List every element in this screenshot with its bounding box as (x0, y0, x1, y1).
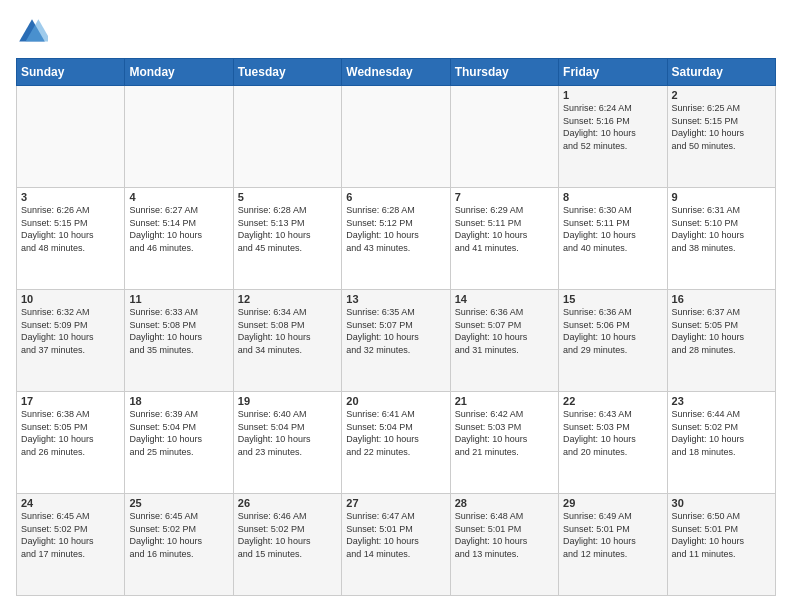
day-header-sunday: Sunday (17, 59, 125, 86)
calendar-header: SundayMondayTuesdayWednesdayThursdayFrid… (17, 59, 776, 86)
calendar-cell: 28Sunrise: 6:48 AM Sunset: 5:01 PM Dayli… (450, 494, 558, 596)
logo-icon (16, 16, 48, 48)
day-info: Sunrise: 6:24 AM Sunset: 5:16 PM Dayligh… (563, 102, 662, 152)
day-number: 3 (21, 191, 120, 203)
header-row: SundayMondayTuesdayWednesdayThursdayFrid… (17, 59, 776, 86)
day-number: 16 (672, 293, 771, 305)
day-number: 29 (563, 497, 662, 509)
calendar-body: 1Sunrise: 6:24 AM Sunset: 5:16 PM Daylig… (17, 86, 776, 596)
calendar-cell: 21Sunrise: 6:42 AM Sunset: 5:03 PM Dayli… (450, 392, 558, 494)
day-header-saturday: Saturday (667, 59, 775, 86)
week-row-3: 10Sunrise: 6:32 AM Sunset: 5:09 PM Dayli… (17, 290, 776, 392)
day-info: Sunrise: 6:49 AM Sunset: 5:01 PM Dayligh… (563, 510, 662, 560)
day-info: Sunrise: 6:44 AM Sunset: 5:02 PM Dayligh… (672, 408, 771, 458)
day-number: 10 (21, 293, 120, 305)
calendar-cell (125, 86, 233, 188)
calendar-cell: 5Sunrise: 6:28 AM Sunset: 5:13 PM Daylig… (233, 188, 341, 290)
day-number: 6 (346, 191, 445, 203)
week-row-1: 1Sunrise: 6:24 AM Sunset: 5:16 PM Daylig… (17, 86, 776, 188)
calendar-cell: 2Sunrise: 6:25 AM Sunset: 5:15 PM Daylig… (667, 86, 775, 188)
day-number: 5 (238, 191, 337, 203)
calendar-cell: 6Sunrise: 6:28 AM Sunset: 5:12 PM Daylig… (342, 188, 450, 290)
day-number: 17 (21, 395, 120, 407)
calendar-cell: 10Sunrise: 6:32 AM Sunset: 5:09 PM Dayli… (17, 290, 125, 392)
calendar-cell: 24Sunrise: 6:45 AM Sunset: 5:02 PM Dayli… (17, 494, 125, 596)
calendar-cell: 23Sunrise: 6:44 AM Sunset: 5:02 PM Dayli… (667, 392, 775, 494)
calendar-table: SundayMondayTuesdayWednesdayThursdayFrid… (16, 58, 776, 596)
day-number: 21 (455, 395, 554, 407)
day-info: Sunrise: 6:39 AM Sunset: 5:04 PM Dayligh… (129, 408, 228, 458)
day-number: 13 (346, 293, 445, 305)
calendar-cell: 7Sunrise: 6:29 AM Sunset: 5:11 PM Daylig… (450, 188, 558, 290)
day-number: 14 (455, 293, 554, 305)
calendar-cell: 22Sunrise: 6:43 AM Sunset: 5:03 PM Dayli… (559, 392, 667, 494)
page: SundayMondayTuesdayWednesdayThursdayFrid… (0, 0, 792, 612)
calendar-cell (17, 86, 125, 188)
day-number: 12 (238, 293, 337, 305)
day-number: 11 (129, 293, 228, 305)
day-info: Sunrise: 6:26 AM Sunset: 5:15 PM Dayligh… (21, 204, 120, 254)
day-header-friday: Friday (559, 59, 667, 86)
day-number: 27 (346, 497, 445, 509)
calendar-cell: 4Sunrise: 6:27 AM Sunset: 5:14 PM Daylig… (125, 188, 233, 290)
day-info: Sunrise: 6:35 AM Sunset: 5:07 PM Dayligh… (346, 306, 445, 356)
day-info: Sunrise: 6:48 AM Sunset: 5:01 PM Dayligh… (455, 510, 554, 560)
day-info: Sunrise: 6:30 AM Sunset: 5:11 PM Dayligh… (563, 204, 662, 254)
day-number: 28 (455, 497, 554, 509)
calendar-cell: 8Sunrise: 6:30 AM Sunset: 5:11 PM Daylig… (559, 188, 667, 290)
day-info: Sunrise: 6:33 AM Sunset: 5:08 PM Dayligh… (129, 306, 228, 356)
day-info: Sunrise: 6:50 AM Sunset: 5:01 PM Dayligh… (672, 510, 771, 560)
calendar-cell: 1Sunrise: 6:24 AM Sunset: 5:16 PM Daylig… (559, 86, 667, 188)
day-number: 15 (563, 293, 662, 305)
day-number: 22 (563, 395, 662, 407)
day-info: Sunrise: 6:31 AM Sunset: 5:10 PM Dayligh… (672, 204, 771, 254)
calendar-cell: 11Sunrise: 6:33 AM Sunset: 5:08 PM Dayli… (125, 290, 233, 392)
day-number: 18 (129, 395, 228, 407)
day-info: Sunrise: 6:36 AM Sunset: 5:06 PM Dayligh… (563, 306, 662, 356)
week-row-4: 17Sunrise: 6:38 AM Sunset: 5:05 PM Dayli… (17, 392, 776, 494)
day-info: Sunrise: 6:42 AM Sunset: 5:03 PM Dayligh… (455, 408, 554, 458)
calendar-cell: 20Sunrise: 6:41 AM Sunset: 5:04 PM Dayli… (342, 392, 450, 494)
day-number: 1 (563, 89, 662, 101)
week-row-2: 3Sunrise: 6:26 AM Sunset: 5:15 PM Daylig… (17, 188, 776, 290)
calendar-cell: 17Sunrise: 6:38 AM Sunset: 5:05 PM Dayli… (17, 392, 125, 494)
calendar-cell: 15Sunrise: 6:36 AM Sunset: 5:06 PM Dayli… (559, 290, 667, 392)
day-info: Sunrise: 6:25 AM Sunset: 5:15 PM Dayligh… (672, 102, 771, 152)
calendar-cell (233, 86, 341, 188)
day-number: 8 (563, 191, 662, 203)
day-number: 4 (129, 191, 228, 203)
day-info: Sunrise: 6:32 AM Sunset: 5:09 PM Dayligh… (21, 306, 120, 356)
day-info: Sunrise: 6:37 AM Sunset: 5:05 PM Dayligh… (672, 306, 771, 356)
day-info: Sunrise: 6:28 AM Sunset: 5:13 PM Dayligh… (238, 204, 337, 254)
logo (16, 16, 52, 48)
day-number: 23 (672, 395, 771, 407)
calendar-cell: 9Sunrise: 6:31 AM Sunset: 5:10 PM Daylig… (667, 188, 775, 290)
day-info: Sunrise: 6:38 AM Sunset: 5:05 PM Dayligh… (21, 408, 120, 458)
day-header-tuesday: Tuesday (233, 59, 341, 86)
day-number: 30 (672, 497, 771, 509)
day-number: 25 (129, 497, 228, 509)
calendar-cell: 12Sunrise: 6:34 AM Sunset: 5:08 PM Dayli… (233, 290, 341, 392)
day-number: 24 (21, 497, 120, 509)
header (16, 16, 776, 48)
calendar-cell: 26Sunrise: 6:46 AM Sunset: 5:02 PM Dayli… (233, 494, 341, 596)
calendar-cell: 13Sunrise: 6:35 AM Sunset: 5:07 PM Dayli… (342, 290, 450, 392)
day-info: Sunrise: 6:34 AM Sunset: 5:08 PM Dayligh… (238, 306, 337, 356)
day-info: Sunrise: 6:43 AM Sunset: 5:03 PM Dayligh… (563, 408, 662, 458)
day-number: 19 (238, 395, 337, 407)
day-number: 26 (238, 497, 337, 509)
day-info: Sunrise: 6:36 AM Sunset: 5:07 PM Dayligh… (455, 306, 554, 356)
calendar-cell: 3Sunrise: 6:26 AM Sunset: 5:15 PM Daylig… (17, 188, 125, 290)
calendar-cell: 14Sunrise: 6:36 AM Sunset: 5:07 PM Dayli… (450, 290, 558, 392)
day-number: 20 (346, 395, 445, 407)
calendar-cell: 29Sunrise: 6:49 AM Sunset: 5:01 PM Dayli… (559, 494, 667, 596)
calendar-cell: 27Sunrise: 6:47 AM Sunset: 5:01 PM Dayli… (342, 494, 450, 596)
day-info: Sunrise: 6:45 AM Sunset: 5:02 PM Dayligh… (129, 510, 228, 560)
day-header-monday: Monday (125, 59, 233, 86)
calendar-cell (450, 86, 558, 188)
calendar-cell: 25Sunrise: 6:45 AM Sunset: 5:02 PM Dayli… (125, 494, 233, 596)
day-info: Sunrise: 6:27 AM Sunset: 5:14 PM Dayligh… (129, 204, 228, 254)
week-row-5: 24Sunrise: 6:45 AM Sunset: 5:02 PM Dayli… (17, 494, 776, 596)
day-info: Sunrise: 6:29 AM Sunset: 5:11 PM Dayligh… (455, 204, 554, 254)
day-info: Sunrise: 6:41 AM Sunset: 5:04 PM Dayligh… (346, 408, 445, 458)
